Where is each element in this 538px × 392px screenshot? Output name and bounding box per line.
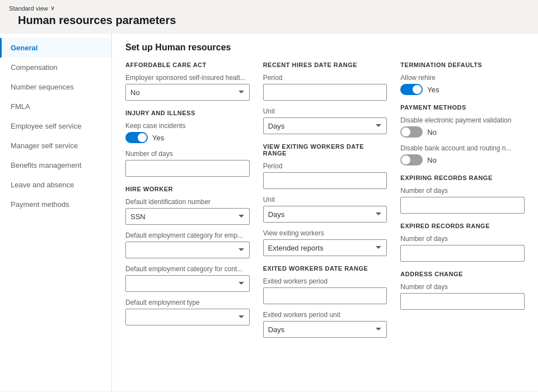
address-days-input[interactable]: 90 xyxy=(400,293,525,310)
view-unit-select[interactable]: Days Weeks Months xyxy=(263,206,387,223)
rehire-toggle[interactable] xyxy=(400,84,423,95)
hire-id-label: Default identification number xyxy=(125,198,250,206)
chevron-down-icon: ∨ xyxy=(50,4,55,12)
hire-id-select[interactable]: SSN xyxy=(125,208,250,225)
column-1: AFFORDABLE CARE ACT Employer sponsored s… xyxy=(125,62,263,344)
recent-period-group: Period 5 xyxy=(263,74,387,101)
exited-unit-label: Exited workers period unit xyxy=(263,311,387,319)
expiring-days-input[interactable]: 45 xyxy=(400,197,525,214)
view-unit-group: Unit Days Weeks Months xyxy=(263,196,387,223)
section-hire-header: HIRE WORKER xyxy=(125,186,250,192)
sidebar: General Compensation Number sequences FM… xyxy=(0,34,112,391)
expiring-days-group: Number of days 45 xyxy=(400,187,525,214)
expired-days-group: Number of days 45 xyxy=(400,235,525,262)
expiring-days-label: Number of days xyxy=(400,187,525,195)
exited-period-input[interactable]: 300 xyxy=(263,287,387,304)
injury-days-label: Number of days xyxy=(125,150,250,158)
section-payment-methods-header: PAYMENT METHODS xyxy=(400,104,525,111)
exited-unit-group: Exited workers period unit Days Weeks Mo… xyxy=(263,311,387,338)
standard-view-label: Standard view xyxy=(9,5,48,12)
recent-period-input[interactable]: 5 xyxy=(263,84,387,101)
view-period-group: Period 30 xyxy=(263,162,387,189)
hire-emp-type-group: Default employment type xyxy=(125,299,250,325)
injury-toggle-label: Keep case incidents xyxy=(125,122,250,130)
address-days-label: Number of days xyxy=(400,283,525,291)
view-period-label: Period xyxy=(263,162,387,170)
payment-bank-label: Disable bank account and routing n... xyxy=(400,144,525,152)
hire-id-group: Default identification number SSN xyxy=(125,198,250,225)
injury-days-input[interactable]: 0 xyxy=(125,160,250,177)
injury-toggle-group: Keep case incidents Yes xyxy=(125,122,250,143)
hire-emp-cat-cont-group: Default employment category for cont... xyxy=(125,265,250,292)
recent-unit-label: Unit xyxy=(263,107,387,115)
expired-days-label: Number of days xyxy=(400,235,525,243)
section-injury-header: INJURY AND ILLNESS xyxy=(125,110,250,116)
sidebar-item-general[interactable]: General xyxy=(0,38,111,58)
section-termination-header: TERMINATION DEFAULTS xyxy=(400,62,525,68)
sidebar-item-fmla[interactable]: FMLA xyxy=(0,97,111,116)
sidebar-item-manager-self-service[interactable]: Manager self service xyxy=(0,136,111,155)
expired-days-input[interactable]: 45 xyxy=(400,245,525,262)
section-expiring-header: EXPIRING RECORDS RANGE xyxy=(400,174,525,181)
aca-label: Employer sponsored self-insured healt... xyxy=(125,74,250,82)
section-exited-workers-header: EXITED WORKERS DATE RANGE xyxy=(263,265,387,272)
aca-select[interactable]: No Yes xyxy=(125,84,250,101)
hire-emp-type-select[interactable] xyxy=(125,309,250,325)
content-title: Set up Human resources xyxy=(125,42,525,53)
hire-emp-cat-emp-label: Default employment category for emp... xyxy=(125,232,250,239)
sidebar-item-payment-methods[interactable]: Payment methods xyxy=(0,195,111,214)
section-address-change-header: ADDRESS CHANGE xyxy=(400,271,525,277)
sidebar-item-benefits-management[interactable]: Benefits management xyxy=(0,155,111,175)
hire-emp-type-label: Default employment type xyxy=(125,299,250,306)
recent-period-label: Period xyxy=(263,74,387,82)
view-workers-label: View exiting workers xyxy=(263,229,387,237)
payment-elec-label: Disable electronic payment validation xyxy=(400,116,525,124)
rehire-toggle-group: Allow rehire Yes xyxy=(400,74,525,95)
section-aca-header: AFFORDABLE CARE ACT xyxy=(125,62,250,68)
sidebar-item-number-sequences[interactable]: Number sequences xyxy=(0,77,111,97)
column-3: TERMINATION DEFAULTS Allow rehire Yes PA… xyxy=(400,62,525,344)
injury-toggle[interactable] xyxy=(125,132,148,143)
address-days-group: Number of days 90 xyxy=(400,283,525,310)
hire-emp-cat-emp-select[interactable] xyxy=(125,242,250,258)
standard-view-dropdown[interactable]: Standard view ∨ xyxy=(9,4,529,12)
section-view-exiting-header: VIEW EXITING WORKERS DATE RANGE xyxy=(263,143,387,157)
injury-days-group: Number of days 0 xyxy=(125,150,250,177)
exited-period-label: Exited workers period xyxy=(263,277,387,285)
hire-emp-cat-cont-select[interactable] xyxy=(125,275,250,292)
payment-elec-text: No xyxy=(427,128,437,136)
exited-period-group: Exited workers period 300 xyxy=(263,277,387,304)
payment-bank-text: No xyxy=(427,156,437,164)
payment-bank-toggle[interactable] xyxy=(400,154,423,166)
section-expired-header: EXPIRED RECORDS RANGE xyxy=(400,223,525,229)
payment-elec-group: Disable electronic payment validation No xyxy=(400,116,525,138)
section-recent-hires-header: RECENT HIRES DATE RANGE xyxy=(263,62,387,68)
payment-elec-toggle[interactable] xyxy=(400,126,423,138)
rehire-label: Allow rehire xyxy=(400,74,525,82)
main-content: Set up Human resources AFFORDABLE CARE A… xyxy=(112,34,538,391)
payment-bank-group: Disable bank account and routing n... No xyxy=(400,144,525,166)
recent-unit-group: Unit Days Weeks Months xyxy=(263,107,387,134)
view-period-input[interactable]: 30 xyxy=(263,172,387,189)
injury-toggle-text: Yes xyxy=(152,134,164,142)
hire-emp-cat-emp-group: Default employment category for emp... xyxy=(125,232,250,258)
sidebar-item-compensation[interactable]: Compensation xyxy=(0,58,111,77)
exited-unit-select[interactable]: Days Weeks Months xyxy=(263,321,387,338)
hire-emp-cat-cont-label: Default employment category for cont... xyxy=(125,265,250,273)
sidebar-item-leave-and-absence[interactable]: Leave and absence xyxy=(0,175,111,195)
column-2: RECENT HIRES DATE RANGE Period 5 Unit Da… xyxy=(263,62,401,344)
page-title: Human resources parameters xyxy=(9,12,529,31)
view-workers-group: View exiting workers Extended reports Di… xyxy=(263,229,387,256)
rehire-toggle-text: Yes xyxy=(427,86,439,94)
recent-unit-select[interactable]: Days Weeks Months xyxy=(263,117,387,134)
view-workers-select[interactable]: Extended reports Direct reports All xyxy=(263,239,387,256)
view-unit-label: Unit xyxy=(263,196,387,204)
aca-field-group: Employer sponsored self-insured healt...… xyxy=(125,74,250,101)
sidebar-item-employee-self-service[interactable]: Employee self service xyxy=(0,116,111,136)
